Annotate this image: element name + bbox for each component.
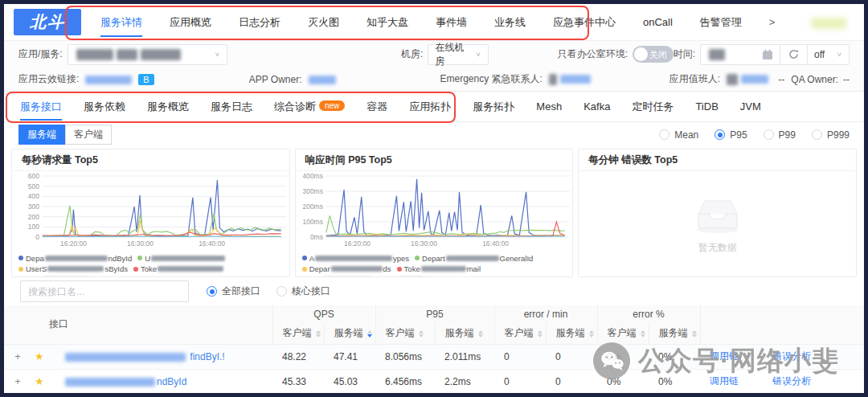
expand-row-button[interactable]: + — [4, 369, 31, 394]
refresh-button[interactable] — [780, 44, 808, 65]
radio-P95[interactable]: P95 — [714, 129, 747, 141]
legend-item[interactable]: Dep findByDId — [302, 275, 432, 278]
legend-item[interactable]: U — [137, 253, 226, 264]
sub-header-服务端-7[interactable]: 服务端 — [649, 323, 700, 344]
top-nav-item-灭火图[interactable]: 灭火图 — [308, 5, 339, 40]
sub-tab-定时任务[interactable]: 定时任务 — [632, 91, 674, 123]
sub-header-服务端-5[interactable]: 服务端 — [546, 323, 597, 344]
sub-tab-服务拓扑[interactable]: 服务拓扑 — [473, 91, 514, 123]
idc-select[interactable]: 在线机房 ∨ — [428, 44, 488, 65]
svg-text:100ms: 100ms — [302, 218, 322, 226]
time-range-picker[interactable] — [700, 44, 780, 65]
sub-header-服务端-1[interactable]: 服务端 — [324, 323, 375, 344]
app-owner-label: APP Owner: — [249, 74, 302, 85]
sub-header-客户端-2[interactable]: 客户端 — [375, 323, 435, 344]
yunxiao-link[interactable] — [84, 74, 133, 85]
top-nav-item-知乎大盘[interactable]: 知乎大盘 — [366, 5, 408, 40]
auto-refresh-select[interactable]: off ∨ — [808, 44, 850, 65]
top-nav-item-服务详情[interactable]: 服务详情 — [100, 5, 142, 40]
top-nav-item-应用概览[interactable]: 应用概览 — [170, 5, 211, 40]
legend-item[interactable]: DepandById — [18, 253, 132, 264]
time-label: 时间: — [674, 47, 695, 61]
app-service-select[interactable]: ∨ — [68, 44, 227, 65]
yunxiao-badge[interactable]: B — [138, 74, 154, 85]
radio-P99[interactable]: P99 — [764, 129, 796, 141]
app-owner-value[interactable] — [307, 74, 338, 85]
table-row: +★ndById45.3345.036.456ms2.2ms000%0%调用链错… — [4, 369, 864, 394]
top-nav-item-告警管理[interactable]: 告警管理 — [700, 5, 742, 40]
interface-name-link[interactable]: findByI.! — [54, 344, 272, 369]
redacted-text — [324, 277, 371, 278]
legend-item[interactable]: Depards — [302, 264, 391, 274]
sub-tab-应用拓扑[interactable]: 应用拓扑 — [409, 91, 451, 123]
metric-value: 47.41 — [324, 344, 375, 369]
radio-scope-全部接口[interactable]: 全部接口 — [207, 284, 260, 298]
duty-value[interactable] — [725, 73, 770, 85]
svg-text:16:20:00: 16:20:00 — [344, 239, 371, 248]
sub-tab-服务概览[interactable]: 服务概览 — [147, 91, 189, 123]
radio-Mean[interactable]: Mean — [659, 129, 698, 141]
office-env-toggle[interactable]: 关闭 — [633, 46, 674, 63]
search-input[interactable] — [20, 280, 189, 302]
table-row: +★ findByI.!48.2247.418.056ms2.011ms000%… — [4, 344, 864, 369]
svg-text:100: 100 — [28, 223, 39, 231]
top-nav-item-onCall[interactable]: onCall — [643, 6, 673, 39]
sub-tab-服务接口[interactable]: 服务接口 — [20, 91, 62, 123]
segment-客户端[interactable]: 客户端 — [65, 125, 112, 145]
top-nav-item-事件墙[interactable]: 事件墙 — [436, 5, 467, 40]
top-nav-item-日志分析[interactable]: 日志分析 — [239, 5, 280, 40]
top-nav: 服务详情应用概览日志分析灭火图知乎大盘事件墙业务线应急事件中心onCall告警管… — [100, 5, 775, 40]
sub-tab-服务日志[interactable]: 服务日志 — [211, 91, 252, 123]
sub-tab-Kafka[interactable]: Kafka — [583, 92, 610, 121]
legend-item[interactable]: Tokenail — [18, 275, 102, 278]
legend-item[interactable]: Aypes — [302, 253, 409, 264]
radio-P999[interactable]: P999 — [812, 129, 850, 141]
sub-header-客户端-4[interactable]: 客户端 — [494, 323, 546, 344]
line-chart: 010020030040050060016:20:0016:30:0016:40… — [12, 171, 289, 248]
top-nav-item-应急事件中心[interactable]: 应急事件中心 — [553, 5, 616, 40]
sub-tab-JVM[interactable]: JVM — [740, 92, 761, 121]
segment-服务端[interactable]: 服务端 — [18, 125, 65, 145]
duty-label: 应用值班人: — [669, 72, 720, 86]
link-调用链[interactable]: 调用链 — [700, 369, 763, 394]
empty-state: 暂无数据 — [579, 171, 856, 277]
expand-row-button[interactable]: + — [4, 344, 31, 369]
redacted-text — [43, 277, 89, 278]
sort-carets-icon — [692, 330, 697, 338]
favorite-star-icon[interactable]: ★ — [31, 344, 54, 369]
top-nav-item-业务线[interactable]: 业务线 — [494, 5, 526, 40]
percentile-radio-group: MeanP95P99P999 — [659, 129, 850, 141]
svg-text:500: 500 — [28, 182, 39, 190]
interface-name-link[interactable]: ndById — [54, 369, 272, 394]
link-错误分析[interactable]: 错误分析 — [763, 344, 864, 369]
legend-item[interactable]: UserSsByIds — [18, 264, 128, 274]
radio-dot-icon — [714, 129, 725, 140]
nav-more-arrow-icon[interactable]: > — [769, 16, 776, 28]
radio-scope-核心接口[interactable]: 核心接口 — [276, 284, 330, 298]
metric-value: 0% — [649, 369, 700, 394]
legend-item[interactable]: Toke — [133, 264, 224, 274]
sub-header-客户端-6[interactable]: 客户端 — [597, 323, 649, 344]
chart-panel-1: 响应时间 P95 Top50ms100ms200ms300ms400ms16:2… — [295, 149, 574, 277]
sub-tab-服务依赖[interactable]: 服务依赖 — [84, 91, 125, 123]
sub-header-客户端-0[interactable]: 客户端 — [272, 323, 324, 344]
svg-text:400: 400 — [28, 192, 39, 200]
metric-value: 0% — [649, 344, 700, 369]
series-line — [43, 206, 281, 236]
sub-tab-TiDB[interactable]: TiDB — [695, 92, 718, 121]
chart-panel-0: 每秒请求量 Top5010020030040050060016:20:0016:… — [11, 149, 290, 277]
user-name-redacted[interactable] — [809, 15, 848, 30]
legend-item[interactable]: Tokemail — [397, 264, 481, 274]
sub-tab-容器[interactable]: 容器 — [366, 91, 387, 123]
meta-row: 应用云效链接: B APP Owner: Emergency 紧急联系人: 应用… — [4, 68, 864, 92]
link-错误分析[interactable]: 错误分析 — [763, 369, 864, 394]
sub-header-服务端-3[interactable]: 服务端 — [435, 323, 494, 344]
link-调用链[interactable]: 调用链 — [700, 344, 763, 369]
sub-tab-Mesh[interactable]: Mesh — [536, 92, 562, 121]
calendar-icon — [762, 49, 773, 60]
sub-tab-综合诊断[interactable]: 综合诊断new — [274, 91, 345, 123]
emergency-value[interactable] — [547, 73, 592, 85]
legend-item[interactable]: DepartGeneralId — [415, 253, 533, 264]
favorite-star-icon[interactable]: ★ — [31, 369, 54, 394]
app-service-label: 应用/服务: — [18, 47, 63, 61]
